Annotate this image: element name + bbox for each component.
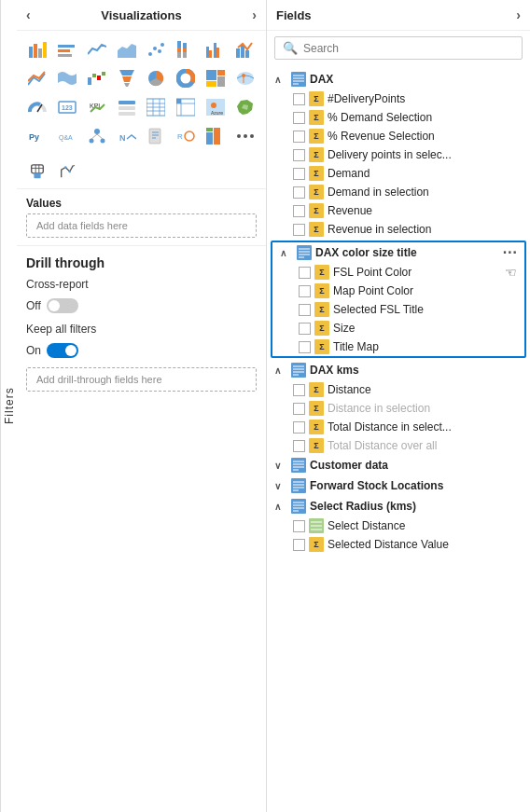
field-demand-selection-pct[interactable]: Σ % Demand Selection: [267, 108, 530, 127]
field-revenue-selection-pct[interactable]: Σ % Revenue Selection: [267, 127, 530, 145]
field-selected-distance-value[interactable]: Σ Selected Distance Value: [267, 535, 530, 554]
viz-icon-azuremap[interactable]: Azure: [202, 94, 229, 120]
field-total-distance-select[interactable]: Σ Total Distance in select...: [267, 418, 530, 436]
field-checkbox-sel-dist-val[interactable]: [293, 539, 305, 551]
field-selected-fsl-title[interactable]: Σ Selected FSL Title: [272, 300, 524, 319]
viz-icon-python[interactable]: Py: [24, 123, 50, 149]
fields-panel-header: Fields ›: [267, 0, 530, 31]
field-checkbox-dist-in-sel[interactable]: [293, 403, 305, 415]
field-checkbox-map-color[interactable]: [299, 285, 311, 297]
field-title-map[interactable]: Σ Title Map: [272, 337, 524, 356]
fields-panel-expand-arrow[interactable]: ›: [516, 7, 521, 22]
field-checkbox-total-dist-sel[interactable]: [293, 421, 305, 434]
field-checkbox-revenue[interactable]: [293, 205, 305, 217]
svg-point-87: [64, 166, 67, 169]
viz-icon-qanda[interactable]: Q&A: [54, 123, 80, 149]
viz-icon-map[interactable]: [232, 65, 258, 91]
field-checkbox-delivery-points[interactable]: [293, 93, 305, 105]
dax-color-more-icon[interactable]: ⋯: [502, 245, 517, 260]
field-checkbox-revenue-sel-pct[interactable]: [293, 131, 305, 143]
add-drillthrough-box[interactable]: Add drill-through fields here: [26, 367, 257, 392]
field-fsl-point-color[interactable]: Σ FSL Point Color ☜: [272, 263, 524, 282]
field-revenue[interactable]: Σ Revenue: [267, 201, 530, 220]
viz-icon-narrows[interactable]: N: [114, 123, 140, 149]
field-checkbox-delivery-selec[interactable]: [293, 149, 305, 161]
viz-icon-combo[interactable]: [232, 36, 258, 62]
viz-icon-bar[interactable]: [24, 36, 50, 62]
viz-panel-collapse-arrow[interactable]: ‹: [26, 7, 31, 22]
filters-tab[interactable]: Filters: [0, 0, 17, 812]
viz-icon-card[interactable]: 123: [54, 94, 80, 120]
viz-icon-col-chart[interactable]: [54, 36, 80, 62]
viz-icon-waterfall[interactable]: [84, 65, 110, 91]
field-total-distance-over-all[interactable]: Σ Total Distance over all: [267, 436, 530, 455]
field-map-point-color[interactable]: Σ Map Point Color: [272, 282, 524, 300]
group-header-customer[interactable]: ∨ Customer data: [267, 455, 530, 475]
viz-icon-table-viz[interactable]: [144, 94, 170, 120]
cross-report-off-label: Off: [26, 299, 41, 312]
field-special-select-dist: [309, 518, 324, 533]
viz-icon-ribbon[interactable]: [54, 65, 80, 91]
viz-icon-slicer[interactable]: [114, 94, 140, 120]
viz-icon-shape-map[interactable]: [232, 94, 258, 120]
keep-filters-label: Keep all filters: [26, 323, 96, 336]
field-select-distance[interactable]: Select Distance: [267, 516, 530, 535]
search-box[interactable]: 🔍: [274, 36, 523, 60]
viz-icon-scatter[interactable]: [144, 36, 170, 62]
viz-icon-smart[interactable]: R: [173, 123, 199, 149]
viz-icon-donut[interactable]: [173, 65, 199, 91]
group-header-dax-kms[interactable]: ∧ DAX kms: [267, 360, 530, 380]
viz-icon-clustered[interactable]: [202, 36, 229, 62]
add-fields-box[interactable]: Add data fields here: [26, 213, 257, 238]
field-checkbox-distance[interactable]: [293, 384, 305, 396]
field-delivery-points-selec[interactable]: Σ Delivery points in selec...: [267, 145, 530, 164]
group-header-dax-color[interactable]: ∧ DAX color size title ⋯: [272, 242, 524, 263]
viz-icon-paginated[interactable]: [144, 123, 170, 149]
format-analytics-icon[interactable]: [54, 158, 80, 185]
viz-icon-pie[interactable]: [144, 65, 170, 91]
viz-icon-area[interactable]: [114, 36, 140, 62]
field-checkbox-demand-in-sel[interactable]: [293, 186, 305, 199]
field-revenue-in-selection[interactable]: Σ Revenue in selection: [267, 220, 530, 239]
cross-report-toggle[interactable]: [47, 298, 78, 313]
svg-point-79: [244, 134, 247, 138]
svg-rect-27: [97, 76, 101, 80]
field-checkbox-sel-fsl-title[interactable]: [299, 304, 311, 316]
viz-icon-decomp[interactable]: [84, 123, 110, 149]
svg-rect-3: [43, 42, 47, 58]
field-checkbox-title-map[interactable]: [299, 341, 311, 353]
viz-icon-line[interactable]: [84, 36, 110, 62]
viz-icon-stacked-bar[interactable]: [173, 36, 199, 62]
keep-filters-toggle[interactable]: [47, 343, 78, 358]
field-demand-in-selection[interactable]: Σ Demand in selection: [267, 183, 530, 201]
group-header-fsl[interactable]: ∨ Forward Stock Locations: [267, 475, 530, 496]
field-demand[interactable]: Σ Demand: [267, 164, 530, 183]
dax-kms-group-label: DAX kms: [310, 364, 359, 377]
field-checkbox-demand-sel-pct[interactable]: [293, 112, 305, 124]
field-distance[interactable]: Σ Distance: [267, 380, 530, 399]
format-paintbrush-icon[interactable]: [24, 158, 50, 185]
field-checkbox-total-dist-all[interactable]: [293, 440, 305, 452]
viz-icon-gauge[interactable]: [24, 94, 50, 120]
svg-text:N: N: [119, 133, 126, 143]
field-distance-in-selection[interactable]: Σ Distance in selection: [267, 399, 530, 418]
viz-icon-matrix[interactable]: [173, 94, 199, 120]
viz-icon-treemap[interactable]: [202, 65, 229, 91]
search-input[interactable]: [303, 42, 514, 55]
field-checkbox-demand[interactable]: [293, 168, 305, 180]
field-checkbox-revenue-in-sel[interactable]: [293, 224, 305, 236]
field-checkbox-fsl-color[interactable]: [299, 267, 311, 279]
field-checkbox-select-dist[interactable]: [293, 520, 305, 532]
group-header-dax[interactable]: ∧ DAX: [267, 69, 530, 89]
viz-icon-funnel[interactable]: [114, 65, 140, 91]
field-checkbox-size[interactable]: [299, 323, 311, 335]
viz-icon-line2[interactable]: [24, 65, 50, 91]
dax-group-label: DAX: [310, 73, 333, 86]
field-delivery-points[interactable]: Σ #DeliveryPoints: [267, 89, 530, 108]
viz-panel-expand-arrow[interactable]: ›: [252, 7, 257, 22]
viz-icon-custom1[interactable]: [202, 123, 229, 149]
viz-icon-kpi[interactable]: KPI: [84, 94, 110, 120]
group-header-select-radius[interactable]: ∧ Select Radius (kms): [267, 496, 530, 516]
field-size[interactable]: Σ Size: [272, 319, 524, 337]
viz-icon-more[interactable]: [232, 123, 258, 149]
